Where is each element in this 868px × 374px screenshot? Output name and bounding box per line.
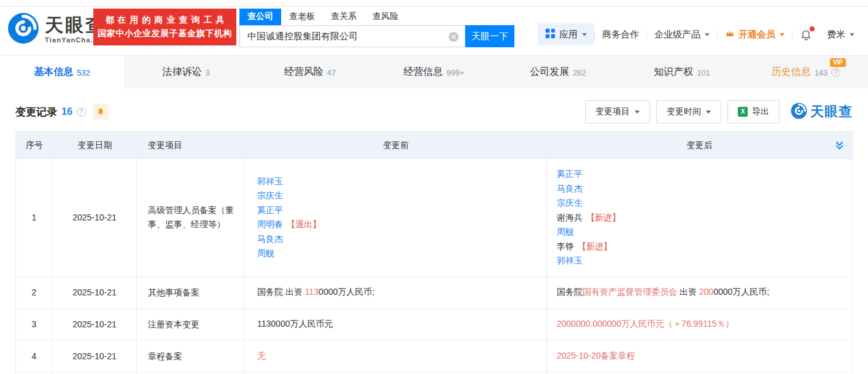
cell-line: 李铮【新进】 xyxy=(557,240,612,254)
site-header: 天眼查 TianYanCha.com 都在用的商业查询工具 国家中小企业发展子基… xyxy=(0,7,868,55)
help-icon[interactable]: ? xyxy=(831,68,840,77)
search-type-tab[interactable]: 查风险 xyxy=(365,9,406,25)
notification-dot xyxy=(810,26,815,31)
chevron-down-icon xyxy=(780,33,785,36)
table-row: 22025-10-21其他事项备案国务院 出资 1130000万人民币;国务院国… xyxy=(16,276,852,308)
company-tab[interactable]: 经营信息999+ xyxy=(372,56,496,88)
cell-text: 0000万人民币; xyxy=(319,287,374,297)
search-input[interactable] xyxy=(240,26,450,47)
change-date: 2025-10-21 xyxy=(53,309,137,340)
search-type-tab[interactable]: 查关系 xyxy=(323,9,365,25)
change-item: 注册资本变更 xyxy=(137,309,245,340)
cell-line: 2000000.000000万人民币元（＋76.99115％） xyxy=(557,317,734,332)
tab-count: 143 xyxy=(815,68,828,77)
entity-link[interactable]: 马良杰 xyxy=(557,184,583,193)
entity-link[interactable]: 郭祥玉 xyxy=(257,176,283,186)
open-membership-menu[interactable]: 开通会员 xyxy=(718,23,792,45)
entity-link[interactable]: 奚正平 xyxy=(557,169,583,179)
before-cell: 国务院 出资 1130000万人民币; xyxy=(245,277,547,308)
tab-label: 知识产权 xyxy=(654,66,693,79)
entity-link[interactable]: 宗庆生 xyxy=(557,198,583,208)
bell-icon xyxy=(800,28,812,41)
entity-link[interactable]: 马良杰 xyxy=(257,234,283,244)
entity-link[interactable]: 周舰 xyxy=(257,248,274,258)
chevron-down-icon xyxy=(705,33,710,36)
entity-link[interactable]: 奚正平 xyxy=(257,205,283,215)
company-tab[interactable]: 历史信息143VIP? xyxy=(744,56,868,88)
tab-count: 101 xyxy=(697,68,710,77)
cell-line: 1130000万人民币元 xyxy=(257,317,333,332)
apps-grid-icon xyxy=(545,28,556,41)
tianyancha-watermark: 天眼查 xyxy=(791,103,853,122)
company-tab[interactable]: 知识产权101 xyxy=(620,56,744,88)
user-menu[interactable]: 费米 xyxy=(820,23,862,45)
entity-link[interactable]: 宗庆生 xyxy=(257,190,283,200)
cell-line: 谢海兵【新进】 xyxy=(557,211,621,225)
entity-link[interactable]: 周明春 xyxy=(257,219,283,229)
business-cooperation-link[interactable]: 商务合作 xyxy=(595,23,646,45)
tab-label: 历史信息 xyxy=(772,66,811,79)
filter-change-time-button[interactable]: 变更时间 xyxy=(656,100,721,123)
cell-line: 马良杰 xyxy=(557,182,583,197)
filter-change-item-button[interactable]: 变更项目 xyxy=(585,100,650,123)
company-tab[interactable]: 法律诉讼3 xyxy=(124,56,248,88)
excel-icon: X xyxy=(738,107,748,117)
search-button[interactable]: 天眼一下 xyxy=(465,25,514,47)
enterprise-products-menu[interactable]: 企业级产品 xyxy=(647,23,717,45)
col-header-after: 变更后 xyxy=(547,140,852,151)
vip-badge: VIP xyxy=(830,58,846,67)
search-box: ✕ xyxy=(239,25,465,47)
cell-line: 2025-10-20备案章程 xyxy=(557,349,635,364)
col-header-index: 序号 xyxy=(16,140,53,151)
cell-text: 【新进】 xyxy=(586,212,621,222)
chevron-down-icon xyxy=(582,33,587,36)
cell-line: 宗庆生 xyxy=(257,189,283,203)
col-header-date: 变更日期 xyxy=(53,140,137,151)
tab-count: 47 xyxy=(327,68,336,77)
change-item: 高级管理人员备案（董事、监事、经理等） xyxy=(137,159,245,276)
cell-text: 1130000万人民币元 xyxy=(257,319,333,329)
help-icon[interactable]: ? xyxy=(77,107,86,117)
after-cell: 2025-10-20备案章程 xyxy=(547,341,852,372)
cell-text: 国务院 出资 xyxy=(257,287,305,297)
clear-input-icon[interactable]: ✕ xyxy=(449,32,459,42)
search-type-tab[interactable]: 查老板 xyxy=(281,9,323,25)
watermark-logo-icon xyxy=(791,103,807,122)
company-tab[interactable]: 经营风险47 xyxy=(248,56,372,88)
cell-text: 200 xyxy=(699,287,713,297)
cell-line: 宗庆生 xyxy=(557,196,583,211)
cell-line: 周舰 xyxy=(557,225,574,240)
change-date: 2025-10-21 xyxy=(53,277,137,308)
cell-line: 周明春【退出】 xyxy=(257,217,321,232)
notifications-button[interactable] xyxy=(792,23,820,45)
tab-label: 公司发展 xyxy=(530,66,569,79)
page: 天眼查 TianYanCha.com 都在用的商业查询工具 国家中小企业发展子基… xyxy=(0,0,868,374)
table-header-row: 序号 变更日期 变更项目 变更前 变更后 xyxy=(16,132,852,158)
company-tab[interactable]: 公司发展282 xyxy=(496,56,620,88)
search-area: 查公司查老板查关系查风险 ✕ 天眼一下 xyxy=(239,9,514,47)
cell-text: 谢海兵 xyxy=(557,212,583,222)
collapse-double-chevron-icon[interactable] xyxy=(834,140,845,150)
cell-line: 郭祥玉 xyxy=(557,254,583,268)
cell-text: 2000000.000000万人民币元（＋76.99115％） xyxy=(557,319,734,329)
tianyancha-logo-icon xyxy=(7,12,39,47)
promo-line1: 都在用的商业查询工具 xyxy=(102,15,228,26)
entity-link[interactable]: 周舰 xyxy=(557,227,574,236)
apps-menu[interactable]: 应用 xyxy=(538,23,594,45)
tab-count: 282 xyxy=(573,68,586,77)
subscribe-bell-button[interactable] xyxy=(93,104,109,120)
entity-link[interactable]: 郭祥玉 xyxy=(557,255,583,265)
col-header-item: 变更项目 xyxy=(137,140,245,151)
chevron-down-icon xyxy=(850,33,854,36)
cell-text: 2025-10-20备案章程 xyxy=(557,351,635,360)
cell-text: 113 xyxy=(305,287,319,297)
section-title: 变更记录 xyxy=(15,105,57,119)
company-tab[interactable]: 基本信息532 xyxy=(0,56,124,88)
before-cell: 1130000万人民币元 xyxy=(245,309,547,340)
export-button[interactable]: X 导出 xyxy=(727,100,780,123)
cell-text: 【新进】 xyxy=(578,241,612,251)
change-item: 其他事项备案 xyxy=(137,277,245,308)
table-row: 32025-10-21注册资本变更1130000万人民币元2000000.000… xyxy=(16,308,852,340)
search-type-tab[interactable]: 查公司 xyxy=(239,9,281,25)
crown-icon xyxy=(725,29,735,41)
